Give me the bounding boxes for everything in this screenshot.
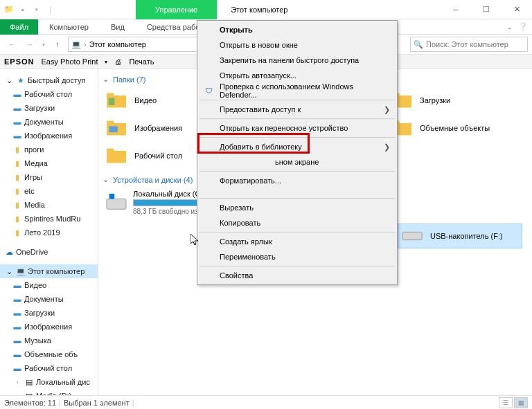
shield-icon: 🛡 bbox=[203, 85, 214, 96]
chevron-down-icon: ⌄ bbox=[103, 175, 109, 184]
desktop-icon: ▬ bbox=[12, 363, 22, 373]
tree-item[interactable]: ▬Документы bbox=[0, 115, 98, 129]
folder-icon: ▮ bbox=[12, 145, 22, 154]
search-box[interactable]: 🔍 bbox=[410, 37, 528, 52]
music-icon: ▬ bbox=[12, 336, 22, 345]
tree-item[interactable]: ▬Изображения bbox=[0, 129, 98, 143]
tree-item[interactable]: ▮etc bbox=[0, 184, 98, 198]
ctx-partial[interactable] bbox=[199, 188, 396, 197]
tree-item[interactable]: ▬Рабочий стол bbox=[0, 87, 98, 101]
close-button[interactable]: ✕ bbox=[502, 0, 532, 19]
documents-icon: ▬ bbox=[12, 294, 22, 304]
ctx-separator bbox=[200, 137, 395, 138]
ctx-create-shortcut[interactable]: Создать ярлык bbox=[199, 234, 396, 249]
qat-sep: | bbox=[44, 3, 57, 16]
ctx-open-new-window[interactable]: Открыть в новом окне bbox=[199, 37, 396, 53]
forward-button[interactable]: → bbox=[22, 37, 37, 52]
desktop-icon: ▬ bbox=[12, 89, 22, 99]
folder-label: Рабочий стол bbox=[134, 152, 182, 160]
ctx-properties[interactable]: Свойства bbox=[199, 268, 396, 283]
qat-dropdown-icon[interactable]: ▾ bbox=[30, 3, 43, 16]
tree-item[interactable]: ▮проги bbox=[0, 143, 98, 156]
group-header-label: Устройства и диски (4) bbox=[113, 176, 193, 184]
tree-onedrive[interactable]: ☁OneDrive bbox=[0, 245, 98, 259]
ctx-open[interactable]: Открыть bbox=[199, 22, 396, 37]
tree-item[interactable]: ▮Лето 2019 bbox=[0, 226, 98, 239]
tree-this-pc[interactable]: ⌄💻Этот компьютер bbox=[0, 264, 98, 278]
chevron-right-icon: › bbox=[84, 40, 87, 48]
ctx-separator bbox=[200, 232, 395, 233]
ctx-share-access[interactable]: Предоставить доступ к❯ bbox=[199, 102, 396, 117]
ctx-add-to-library[interactable]: Добавить в библиотеку❯ bbox=[199, 139, 396, 154]
folder-downloads[interactable]: Загрузки bbox=[388, 88, 520, 113]
folder-label: Изображения bbox=[134, 124, 182, 132]
folder-3d-objects[interactable]: Объемные объекты bbox=[388, 116, 520, 140]
tree-item[interactable]: ▬Объемные объ bbox=[0, 347, 98, 361]
ctx-rename[interactable]: Переименовать bbox=[199, 249, 396, 264]
tree-item[interactable]: ▬Документы bbox=[0, 292, 98, 306]
tab-computer[interactable]: Компьютер bbox=[38, 23, 100, 31]
tab-view[interactable]: Вид bbox=[100, 23, 136, 31]
status-divider: | bbox=[59, 399, 61, 407]
recent-dropdown-icon[interactable]: ▾ bbox=[40, 37, 47, 52]
tree-item[interactable]: ▬Музыка bbox=[0, 334, 98, 347]
tree-item[interactable]: ▬Изображения bbox=[0, 320, 98, 334]
tree-quick-access[interactable]: ⌄★Быстрый доступ bbox=[0, 73, 98, 87]
ctx-cut[interactable]: Вырезать bbox=[199, 200, 396, 215]
ctx-pin-quick-access[interactable]: Закрепить на панели быстрого доступа bbox=[199, 53, 396, 68]
minimize-button[interactable]: ─ bbox=[441, 0, 471, 19]
ctx-separator bbox=[200, 100, 395, 100]
file-tab[interactable]: Файл bbox=[0, 19, 38, 35]
maximize-button[interactable]: ☐ bbox=[471, 0, 502, 19]
ctx-defender-scan[interactable]: 🛡Проверка с использованием Windows Defen… bbox=[199, 83, 396, 98]
epson-app-name: Easy Photo Print bbox=[42, 57, 98, 66]
search-icon: 🔍 bbox=[414, 40, 423, 49]
tree-item[interactable]: ▬Загрузки bbox=[0, 101, 98, 115]
view-tiles-button[interactable]: ▦ bbox=[514, 397, 528, 408]
chevron-down-icon: ⌄ bbox=[4, 266, 14, 276]
view-details-button[interactable]: ☰ bbox=[499, 397, 513, 408]
drive-label: USB-накопитель (F:) bbox=[430, 232, 503, 240]
drive-usb[interactable]: USB-накопитель (F:) bbox=[398, 224, 522, 248]
search-input[interactable] bbox=[426, 40, 524, 48]
ctx-copy[interactable]: Копировать bbox=[199, 215, 396, 230]
up-button[interactable]: ↑ bbox=[50, 37, 65, 52]
folder-label: Загрузки bbox=[420, 96, 450, 104]
tree-item[interactable]: ›▤Локальный дис bbox=[0, 375, 98, 389]
pictures-folder-icon bbox=[104, 118, 129, 138]
epson-dropdown-icon[interactable]: ▾ bbox=[105, 59, 107, 65]
context-menu: Открыть Открыть в новом окне Закрепить н… bbox=[197, 20, 398, 285]
ctx-format[interactable]: Форматировать... bbox=[199, 173, 396, 188]
tree-item[interactable]: ▬Загрузки bbox=[0, 306, 98, 320]
svg-rect-14 bbox=[402, 232, 422, 239]
svg-rect-12 bbox=[107, 199, 126, 209]
ctx-separator bbox=[200, 198, 395, 199]
qat-item[interactable]: ▪ bbox=[17, 3, 29, 16]
svg-rect-13 bbox=[109, 194, 114, 199]
videos-folder-icon bbox=[104, 90, 129, 111]
ctx-pin-start[interactable]: ьном экране bbox=[199, 154, 396, 170]
ctx-open-portable[interactable]: Открыть как переносное устройство bbox=[199, 120, 396, 136]
tree-item[interactable]: ▮Игры bbox=[0, 170, 98, 184]
ctx-separator bbox=[200, 171, 395, 172]
folder-icon: ▮ bbox=[12, 158, 22, 168]
epson-print[interactable]: Печать bbox=[129, 57, 154, 66]
window-controls: ─ ☐ ✕ bbox=[441, 0, 532, 19]
back-button[interactable]: ← bbox=[4, 37, 19, 52]
tree-item[interactable]: ▬Рабочий стол bbox=[0, 361, 98, 375]
tree-item[interactable]: ▮Spintires MudRu bbox=[0, 212, 98, 226]
chevron-down-icon: ⌄ bbox=[103, 75, 109, 84]
submenu-arrow-icon: ❯ bbox=[384, 143, 390, 152]
tree-item[interactable]: ▮Медиа bbox=[0, 156, 98, 170]
chevron-right-icon: › bbox=[12, 377, 22, 387]
ctx-open-autoplay[interactable]: Открыть автозапуск... bbox=[199, 68, 396, 83]
svg-rect-1 bbox=[107, 93, 114, 97]
tree-item[interactable]: ▬Видео bbox=[0, 278, 98, 292]
tree-item[interactable]: ▮Media bbox=[0, 198, 98, 212]
status-elements: Элементов: 11 bbox=[4, 399, 56, 407]
svg-rect-11 bbox=[107, 149, 114, 152]
ribbon-expand-icon[interactable]: ⌄ bbox=[507, 24, 513, 30]
ribbon-tab-manage[interactable]: Управление bbox=[136, 0, 217, 19]
usb-drive-icon bbox=[400, 226, 425, 246]
help-icon[interactable]: ❔ bbox=[518, 22, 528, 31]
